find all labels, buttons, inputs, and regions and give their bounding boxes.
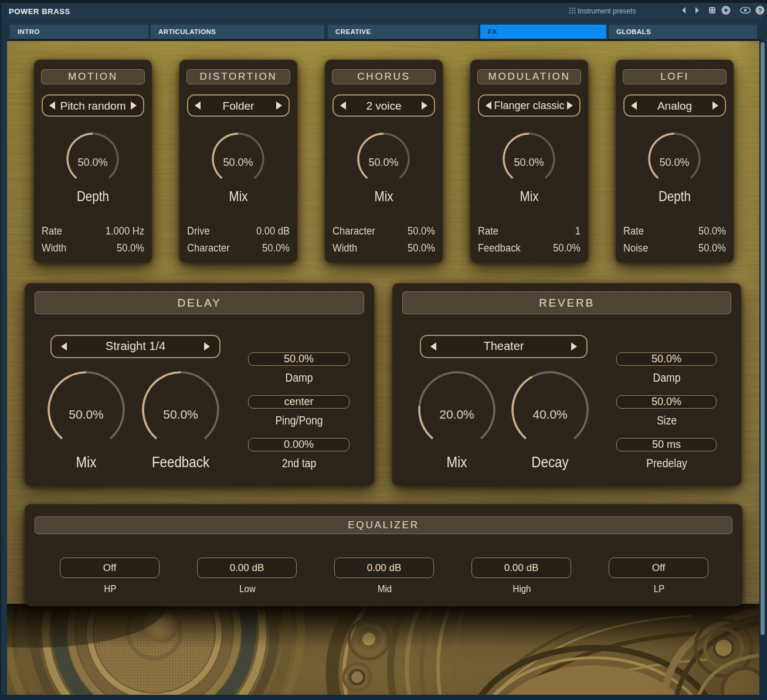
svg-text:?: ? — [758, 7, 762, 14]
